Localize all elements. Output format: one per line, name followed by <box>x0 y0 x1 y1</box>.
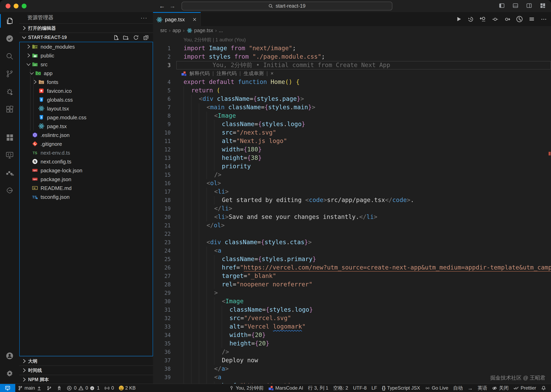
ai-lens-close[interactable]: × <box>271 70 274 78</box>
code-area[interactable]: You, 2分钟前 | 1 author (You)1import Image … <box>153 35 551 384</box>
code-line[interactable]: 27 target="_blank" <box>153 272 551 280</box>
close-tab-icon[interactable] <box>192 17 197 22</box>
project-section-header[interactable]: START-REACT-19 <box>19 33 153 42</box>
code-line[interactable]: 39 <a <box>153 373 551 382</box>
status-marscode[interactable]: MarsCode AI <box>266 384 306 392</box>
activity-remote-explorer[interactable] <box>0 146 19 164</box>
status-remote-indicator[interactable] <box>0 384 15 392</box>
code-line[interactable]: 7 <main className={styles.main}> <box>153 103 551 112</box>
code-line[interactable]: 18 Get started by editing <code>src/app/… <box>153 196 551 204</box>
activity-search[interactable] <box>0 47 19 65</box>
tree-item-app[interactable]: app <box>20 69 153 77</box>
code-line[interactable]: 29 > <box>153 289 551 297</box>
status-translate-target[interactable]: 英语 <box>475 384 490 392</box>
code-line[interactable]: 1import Image from "next/image"; <box>153 44 551 53</box>
zoom-window-button[interactable] <box>22 4 27 8</box>
code-line[interactable]: 11 alt="Next.js logo" <box>153 137 551 145</box>
activity-testing[interactable] <box>0 30 19 47</box>
tree-item-node_modules[interactable]: JS node_modules <box>20 42 153 51</box>
close-window-button[interactable] <box>6 4 10 8</box>
tree-item-package-lock.json[interactable]: npm package-lock.json <box>20 166 153 175</box>
editor-action-run-icon[interactable] <box>456 16 462 22</box>
code-line[interactable]: 16 <ol> <box>153 179 551 188</box>
editor-action-history-icon[interactable] <box>467 16 474 22</box>
code-line[interactable]: 2import styles from "./page.module.css"; <box>153 53 551 61</box>
code-line[interactable]: 10 src="/next.svg" <box>153 128 551 137</box>
code-line[interactable]: 33 alt="Vercel logomark" <box>153 322 551 331</box>
editor-action-gl-search-icon[interactable] <box>480 16 486 22</box>
tree-item-next-env.d.ts[interactable]: TS next-env.d.ts <box>20 148 153 157</box>
status-screencast-off[interactable]: 关闭 <box>490 384 511 392</box>
customize-layout-icon[interactable] <box>539 3 546 8</box>
activity-settings[interactable] <box>0 365 19 382</box>
toggle-primary-sidebar-icon[interactable] <box>498 3 505 8</box>
code-line[interactable]: 20 <li>Save and see your changes instant… <box>153 213 551 221</box>
breadcrumb-item[interactable]: src <box>160 28 167 33</box>
code-line[interactable]: 24 <a <box>153 247 551 255</box>
code-line[interactable]: 34 width={20} <box>153 331 551 339</box>
editor-action-gl-next-icon[interactable] <box>504 16 510 22</box>
code-line[interactable]: 36 /> <box>153 348 551 356</box>
code-line[interactable]: 28 rel="noopener noreferrer" <box>153 280 551 289</box>
ai-codelens[interactable]: 解释代码|注释代码|生成单测|× <box>153 70 551 78</box>
activity-gitlens[interactable] <box>0 182 19 199</box>
status-cursor-position[interactable]: 行 3, 列 1 <box>306 384 331 392</box>
new-folder-button[interactable] <box>123 34 129 40</box>
code-line[interactable]: 14 priority <box>153 162 551 171</box>
code-line[interactable]: 21 </ol> <box>153 221 551 230</box>
toggle-secondary-sidebar-icon[interactable] <box>526 3 532 8</box>
tree-item-.eslintrc.json[interactable]: .eslintrc.json <box>20 131 153 139</box>
breadcrumb-item[interactable]: page.tsx <box>194 28 213 33</box>
editor-action-more-icon[interactable] <box>541 16 547 22</box>
code-line[interactable]: 30 <Image <box>153 297 551 306</box>
status-blame[interactable]: You, 2分钟前 <box>226 384 266 392</box>
tree-item-favicon.ico[interactable]: favicon.ico <box>20 86 153 95</box>
status-eol[interactable]: LF <box>369 384 379 392</box>
code-line[interactable]: 15 /> <box>153 171 551 179</box>
tab-page-tsx[interactable]: page.tsx <box>153 12 201 26</box>
code-line[interactable]: 22 <box>153 230 551 238</box>
tree-item-tsconfig.json[interactable]: TS tsconfig.json <box>20 192 153 201</box>
open-editors-section[interactable]: 打开的编辑器 <box>19 23 153 33</box>
activity-blocks-analytics[interactable] <box>0 164 19 182</box>
activity-run-debug[interactable] <box>0 83 19 100</box>
status-translate-arrow[interactable]: → <box>465 384 475 392</box>
code-line-current[interactable]: 3 You, 2分钟前 • Initial commit from Create… <box>153 61 551 70</box>
tree-item-page.tsx[interactable]: page.tsx <box>20 122 153 131</box>
code-line[interactable]: 13 height={38} <box>153 154 551 162</box>
status-prettier[interactable]: Prettier <box>511 384 538 392</box>
code-line[interactable]: 25 className={styles.primary} <box>153 255 551 264</box>
ai-lens-action[interactable]: 解释代码 <box>189 70 210 78</box>
tree-item-page.module.css[interactable]: 3 page.module.css <box>20 113 153 122</box>
tree-item-README.md[interactable]: M↓ README.md <box>20 183 153 192</box>
activity-extensions[interactable] <box>0 100 19 118</box>
status-go-live[interactable]: Go Live <box>423 384 451 392</box>
nav-forward-button[interactable]: → <box>169 2 175 10</box>
editor-action-menu-icon[interactable] <box>529 16 535 22</box>
tree-item-src[interactable]: </> src <box>20 60 153 69</box>
new-file-button[interactable] <box>113 34 119 40</box>
code-line[interactable]: 9 className={styles.logo} <box>153 120 551 128</box>
collapse-all-button[interactable] <box>143 34 149 40</box>
status-encoding[interactable]: UTF-8 <box>351 384 369 392</box>
status-translate-auto[interactable]: 自动 <box>451 384 465 392</box>
code-line[interactable]: 5 return ( <box>153 86 551 95</box>
activity-grid-panel[interactable] <box>0 128 19 146</box>
breadcrumb-item[interactable]: app <box>173 28 181 33</box>
code-line[interactable]: 12 width={180} <box>153 145 551 154</box>
activity-source-control[interactable] <box>0 65 19 83</box>
code-line[interactable]: 4export default function Home() { <box>153 78 551 86</box>
tree-item-next.config.ts[interactable]: N next.config.ts <box>20 157 153 166</box>
tree-item-layout.tsx[interactable]: layout.tsx <box>20 104 153 113</box>
section-大纲[interactable]: 大纲 <box>19 356 153 365</box>
code-line[interactable]: 23 <div className={styles.ctas}> <box>153 238 551 247</box>
code-line[interactable]: 26 href="https://vercel.com/new?utm_sour… <box>153 264 551 272</box>
status-commit-graph[interactable] <box>44 384 54 392</box>
nav-back-button[interactable]: ← <box>159 2 165 10</box>
status-diagnostics[interactable]: 001 <box>64 384 102 392</box>
status-git-branch[interactable]: main <box>15 384 44 392</box>
status-notifications[interactable] <box>538 384 549 392</box>
status-file-size[interactable]: 2 KB <box>117 384 138 392</box>
minimize-window-button[interactable] <box>14 4 19 8</box>
ai-lens-action[interactable]: 生成单测 <box>244 70 264 78</box>
